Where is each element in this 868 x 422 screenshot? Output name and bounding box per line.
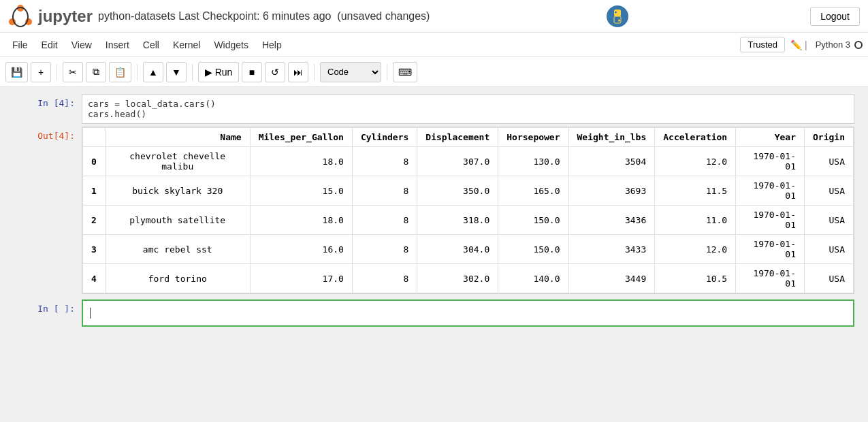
- cell-empty-input[interactable]: [82, 299, 854, 327]
- cell-name: chevrolet chevelle malibu: [105, 147, 250, 176]
- cell-miles_per_gallon: 17.0: [250, 264, 352, 293]
- kernel-circle-icon: [854, 41, 863, 49]
- menu-cell[interactable]: Cell: [136, 37, 166, 53]
- cell-miles_per_gallon: 18.0: [250, 206, 352, 235]
- copy-button[interactable]: ⧉: [86, 62, 106, 82]
- cell-acceleration: 11.5: [655, 176, 736, 206]
- col-origin: Origin: [805, 128, 854, 147]
- col-disp: Displacement: [417, 128, 498, 147]
- table-header-row: Name Miles_per_Gallon Cylinders Displace…: [83, 128, 854, 147]
- cell-empty-row: In [ ]:: [14, 299, 854, 327]
- cell-in4-code[interactable]: cars = local_data.cars() cars.head(): [82, 94, 854, 124]
- move-up-button[interactable]: ▲: [143, 62, 163, 82]
- cell-displacement: 307.0: [417, 147, 498, 176]
- menu-view[interactable]: View: [65, 37, 99, 53]
- cell-acceleration: 10.5: [655, 264, 736, 293]
- cell-empty-label: In [ ]:: [14, 299, 82, 314]
- cell-in4-row: In [4]: cars = local_data.cars() cars.he…: [14, 94, 854, 124]
- table-body: 0chevrolet chevelle malibu18.08307.0130.…: [83, 147, 854, 293]
- cell-acceleration: 12.0: [655, 147, 736, 176]
- cell-year: 1970-01-01: [736, 235, 805, 264]
- cell-acceleration: 12.0: [655, 235, 736, 264]
- cell-out4-row: Out[4]: Name Miles_per_Gallon Cylinders …: [14, 127, 854, 294]
- cell-empty[interactable]: In [ ]:: [14, 299, 854, 327]
- cursor-bar: [90, 308, 91, 319]
- cell-type-select[interactable]: Code Markdown Raw NBConvert Heading: [320, 62, 381, 82]
- run-icon: ▶: [205, 67, 212, 78]
- col-cyl: Cylinders: [352, 128, 417, 147]
- toolbar-separator-1: [57, 64, 57, 80]
- cut-button[interactable]: ✂: [63, 62, 83, 82]
- trusted-button[interactable]: Trusted: [740, 37, 785, 52]
- cell-year: 1970-01-01: [736, 206, 805, 235]
- cell-displacement: 350.0: [417, 176, 498, 206]
- menu-help[interactable]: Help: [255, 37, 289, 53]
- menu-insert[interactable]: Insert: [99, 37, 136, 53]
- cell-year: 1970-01-01: [736, 176, 805, 206]
- menu-file[interactable]: File: [5, 37, 35, 53]
- cell-in4-label: In [4]:: [14, 94, 82, 108]
- cell-miles_per_gallon: 15.0: [250, 176, 352, 206]
- cell-weight_in_lbs: 3693: [568, 176, 655, 206]
- cell-idx: 4: [83, 264, 106, 293]
- cell-acceleration: 11.0: [655, 206, 736, 235]
- cell-idx: 3: [83, 235, 106, 264]
- paste-button[interactable]: 📋: [109, 62, 131, 82]
- cell-origin: USA: [805, 264, 854, 293]
- table-row: 1buick skylark 32015.08350.0165.0369311.…: [83, 176, 854, 206]
- table-row: 0chevrolet chevelle malibu18.08307.0130.…: [83, 147, 854, 176]
- cell-name: buick skylark 320: [105, 176, 250, 206]
- add-cell-button[interactable]: +: [31, 62, 51, 82]
- cell-origin: USA: [805, 206, 854, 235]
- cell-name: ford torino: [105, 264, 250, 293]
- cell-name: plymouth satellite: [105, 206, 250, 235]
- stop-button[interactable]: ■: [242, 62, 262, 82]
- col-accel: Acceleration: [655, 128, 736, 147]
- cell-name: amc rebel sst: [105, 235, 250, 264]
- cell-out4-content: Name Miles_per_Gallon Cylinders Displace…: [82, 127, 854, 294]
- run-label: Run: [215, 67, 233, 78]
- cell-horsepower: 140.0: [498, 264, 568, 293]
- keyboard-button[interactable]: ⌨: [393, 62, 417, 82]
- toolbar: 💾 + ✂ ⧉ 📋 ▲ ▼ ▶ Run ■ ↺ ⏭ Code Markdown …: [0, 57, 868, 87]
- menu-widgets[interactable]: Widgets: [207, 37, 255, 53]
- cell-out4: Out[4]: Name Miles_per_Gallon Cylinders …: [14, 127, 854, 294]
- code-line-2: cars.head(): [88, 109, 848, 119]
- cell-cylinders: 8: [352, 264, 417, 293]
- cell-year: 1970-01-01: [736, 264, 805, 293]
- svg-point-5: [615, 11, 617, 13]
- logout-button[interactable]: Logout: [810, 7, 860, 26]
- col-wt: Weight_in_lbs: [568, 128, 655, 147]
- cell-in4: In [4]: cars = local_data.cars() cars.he…: [14, 94, 854, 124]
- edit-icon: ✏️: [790, 39, 802, 50]
- save-button[interactable]: 💾: [5, 62, 28, 82]
- python-logo-icon: [605, 4, 630, 29]
- cell-miles_per_gallon: 16.0: [250, 235, 352, 264]
- notebook-title: python-datasets Last Checkpoint: 6 minut…: [98, 10, 430, 22]
- toolbar-separator-2: [137, 64, 138, 80]
- restart-run-button[interactable]: ⏭: [288, 62, 308, 82]
- cell-weight_in_lbs: 3436: [568, 206, 655, 235]
- notebook-area: In [4]: cars = local_data.cars() cars.he…: [0, 87, 868, 359]
- cell-horsepower: 150.0: [498, 206, 568, 235]
- toolbar-separator-5: [387, 64, 387, 80]
- input-area[interactable]: [83, 301, 853, 325]
- cell-displacement: 318.0: [417, 206, 498, 235]
- cell-displacement: 302.0: [417, 264, 498, 293]
- cell-cylinders: 8: [352, 176, 417, 206]
- move-down-button[interactable]: ▼: [166, 62, 187, 82]
- cell-weight_in_lbs: 3449: [568, 264, 655, 293]
- menu-kernel[interactable]: Kernel: [166, 37, 207, 53]
- cell-idx: 0: [83, 147, 106, 176]
- restart-button[interactable]: ↺: [265, 62, 285, 82]
- col-idx: [83, 128, 106, 147]
- cell-year: 1970-01-01: [736, 147, 805, 176]
- output-table: Name Miles_per_Gallon Cylinders Displace…: [82, 127, 854, 293]
- topbar: jupyter python-datasets Last Checkpoint:…: [0, 0, 868, 33]
- menubar: File Edit View Insert Cell Kernel Widget…: [0, 33, 868, 57]
- menu-edit[interactable]: Edit: [35, 37, 65, 53]
- cell-out4-label: Out[4]:: [14, 127, 82, 141]
- run-button[interactable]: ▶ Run: [198, 62, 239, 82]
- cell-origin: USA: [805, 147, 854, 176]
- col-year: Year: [736, 128, 805, 147]
